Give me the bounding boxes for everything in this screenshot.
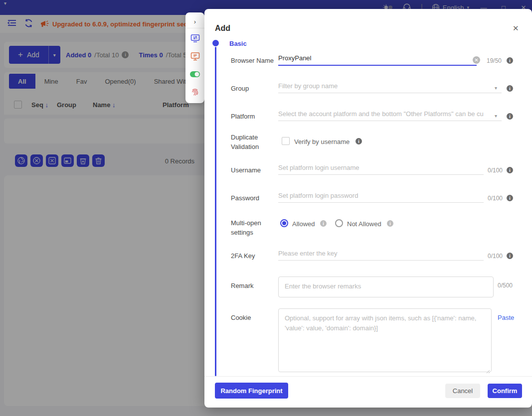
fingerprint-item[interactable] [185,86,204,98]
twofa-input[interactable] [278,250,484,261]
add-dialog: Add ✕ Basic Browser Name ✕ 19/50 i Group… [204,9,532,408]
dialog-title: Add [215,24,230,33]
twofa-label: 2FA Key [231,252,278,260]
toggle-on-icon [189,71,200,78]
platform-info-icon[interactable]: i [507,113,513,120]
password-counter: 0/100 [488,195,503,202]
password-label: Password [231,194,278,202]
twofa-counter: 0/100 [488,253,503,260]
paste-link[interactable]: Paste [498,314,514,321]
remark-label: Remark [231,282,278,289]
group-caret-icon[interactable]: ▾ [495,85,497,91]
group-label: Group [231,85,278,92]
not-allowed-label: Not Allowed [347,220,381,228]
username-counter: 0/100 [488,167,503,174]
clear-input-icon[interactable]: ✕ [473,56,480,64]
verify-info-icon[interactable]: i [355,138,362,144]
not-allowed-radio[interactable] [335,219,343,227]
platform-select[interactable] [278,110,502,121]
allowed-info-icon[interactable]: i [320,220,327,227]
group-info-icon[interactable]: i [507,85,513,92]
resize-grip-icon[interactable] [485,367,490,376]
strip-expand-chevron-icon[interactable]: › [185,15,204,28]
username-info-icon[interactable]: i [507,167,513,173]
cookie-textarea[interactable] [278,308,492,372]
multiopen-label: Multi-open settings [231,219,278,236]
browser-name-counter: 19/50 [487,57,502,64]
svg-text:IP: IP [193,53,196,58]
browser-name-info-icon[interactable]: i [507,57,513,64]
password-info-icon[interactable]: i [507,195,513,201]
username-label: Username [231,166,278,174]
dialog-footer: Random Fingerprint Cancel Confirm [204,376,532,408]
group-select[interactable] [278,82,502,93]
toggle-item[interactable] [185,68,204,80]
fingerprint-icon [190,88,199,97]
cancel-button[interactable]: Cancel [445,384,480,398]
quick-nav-strip: › IP [185,12,204,103]
confirm-button[interactable]: Confirm [488,384,522,398]
password-input[interactable] [278,192,484,203]
section-dot [212,40,219,46]
section-line [215,47,216,376]
ip-monitor-icon: IP [190,52,200,61]
allowed-radio[interactable] [280,219,288,227]
platform-caret-icon[interactable]: ▾ [495,113,497,119]
ip-check-item[interactable]: IP [185,50,204,62]
verify-by-username-label: Verify by username [294,138,350,145]
cookie-label: Cookie [231,314,278,321]
verify-by-username-checkbox[interactable] [282,137,290,145]
not-allowed-info-icon[interactable]: i [387,220,393,227]
username-input[interactable] [278,164,484,175]
browser-transfer-item[interactable] [185,32,204,44]
platform-label: Platform [231,113,278,120]
browser-name-label: Browser Name [231,57,278,64]
browser-name-input[interactable] [278,54,477,66]
duplicate-validation-label: Duplicate Validation [231,134,278,150]
monitor-transfer-icon [190,34,200,43]
dialog-close-icon[interactable]: ✕ [513,24,519,33]
section-basic-label: Basic [229,40,247,47]
remark-textarea[interactable] [278,277,494,297]
remark-counter: 0/500 [498,282,513,289]
allowed-label: Allowed [292,220,315,228]
random-fingerprint-button[interactable]: Random Fingerprint [215,383,288,399]
app-screen: ▾ | English ▾ — □ ✕ [0,0,532,416]
twofa-info-icon[interactable]: i [507,253,513,259]
